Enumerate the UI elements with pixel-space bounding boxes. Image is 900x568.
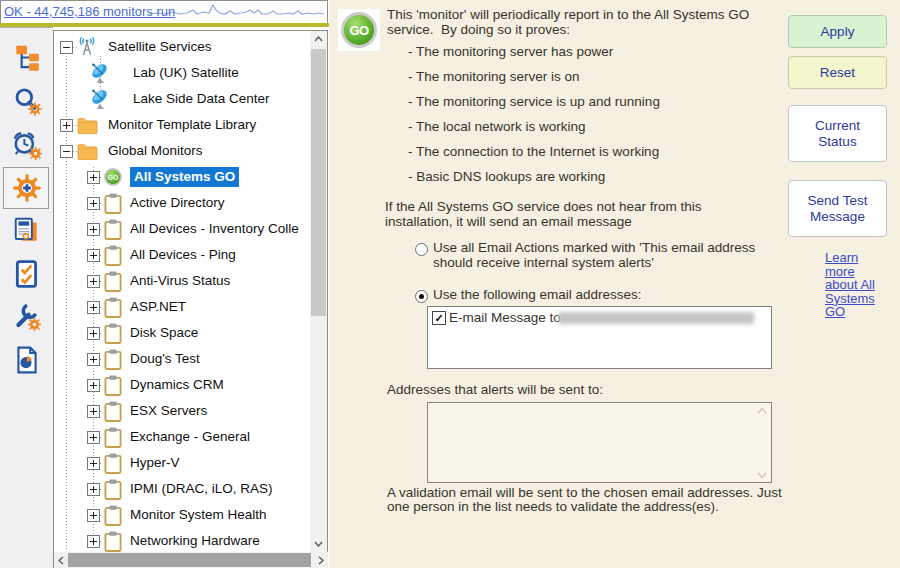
tree-item-networking-hardware[interactable]: Networking Hardware (54, 528, 310, 552)
expand-toggle-plus[interactable] (87, 275, 100, 288)
tree-item-label: Dynamics CRM (130, 372, 224, 398)
clipboard-icon (102, 400, 124, 422)
scroll-down-arrow[interactable] (310, 536, 327, 552)
radio-use-following-addresses-label[interactable]: Use the following email addresses: (433, 287, 785, 302)
alert-addresses-textarea[interactable] (427, 402, 772, 483)
sidebar-item-monitors[interactable] (11, 172, 43, 204)
tools-wrench-icon (12, 302, 42, 332)
capability-bullet: - The monitoring server has power (408, 39, 660, 64)
antenna-icon (76, 36, 98, 58)
expand-toggle-plus[interactable] (87, 431, 100, 444)
capability-bullet: - The local network is working (408, 114, 660, 139)
schedule-alarm-icon (12, 130, 42, 160)
addresses-label: Addresses that alerts will be sent to: (387, 382, 603, 397)
tree-item-esx-servers[interactable]: ESX Servers (54, 398, 310, 424)
tree-item-all-devices-inventory-colle[interactable]: All Devices - Inventory Colle (54, 216, 310, 242)
devices-tree-icon (12, 43, 42, 73)
capability-bullet: - The monitoring server is on (408, 64, 660, 89)
tree-item-exchange-general[interactable]: Exchange - General (54, 424, 310, 450)
sidebar-item-reports[interactable] (11, 344, 43, 376)
tree-item-all-systems-go[interactable]: GOAll Systems GO (54, 164, 310, 190)
vertical-scroll-thumb[interactable] (311, 49, 326, 316)
email-action-label: E-mail Message to (449, 310, 561, 326)
fallback-description: If the All Systems GO service does not h… (385, 199, 745, 229)
send-test-message-button[interactable]: Send Test Message (788, 180, 887, 237)
clipboard-icon (102, 244, 124, 266)
expand-toggle-plus[interactable] (87, 535, 100, 548)
tree-item-active-directory[interactable]: Active Directory (54, 190, 310, 216)
clipboard-icon (102, 374, 124, 396)
monitor-config-panel: GO This 'monitor' will periodically repo… (329, 0, 900, 568)
tree-item-label: Hyper-V (130, 450, 180, 476)
tree-item-monitor-template-library[interactable]: Monitor Template Library (54, 112, 310, 138)
radio-use-all-email-actions[interactable] (415, 243, 428, 256)
email-action-checkbox[interactable]: ✓ (432, 311, 446, 325)
expand-toggle-plus[interactable] (87, 301, 100, 314)
dish-icon (90, 62, 112, 84)
textarea-scroll-down-icon[interactable] (756, 471, 768, 479)
tree-item-label: Anti-Virus Status (130, 268, 230, 294)
scroll-left-arrow[interactable] (54, 552, 68, 568)
expand-toggle-plus[interactable] (60, 119, 73, 132)
monitors-gear-icon (12, 173, 42, 203)
capability-bullet: - Basic DNS lookups are working (408, 164, 660, 189)
expand-toggle-plus[interactable] (87, 249, 100, 262)
expand-toggle-plus[interactable] (87, 405, 100, 418)
learn-more-link[interactable]: Learn more about All Systems GO (825, 251, 885, 319)
capability-list: - The monitoring server has power- The m… (408, 39, 660, 189)
radio-use-all-email-actions-label[interactable]: Use all Email Actions marked with 'This … (433, 240, 783, 270)
textarea-scroll-up-icon[interactable] (756, 406, 768, 414)
expand-toggle-minus[interactable] (60, 145, 73, 158)
expand-toggle-plus[interactable] (87, 379, 100, 392)
news-report-icon (12, 216, 42, 246)
tree-item-hyper-v[interactable]: Hyper-V (54, 450, 310, 476)
sidebar-item-schedule[interactable] (11, 129, 43, 161)
expand-toggle-plus[interactable] (87, 353, 100, 366)
tree-item-satellite-services[interactable]: Satellite Services (54, 34, 310, 60)
clipboard-icon (102, 192, 124, 214)
clipboard-icon (102, 504, 124, 526)
tree-item-lake-side-data-center[interactable]: Lake Side Data Center (54, 86, 310, 112)
tree-item-lab-uk-satellite[interactable]: Lab (UK) Satellite (54, 60, 310, 86)
expand-toggle-plus[interactable] (87, 509, 100, 522)
tree-item-monitor-system-health[interactable]: Monitor System Health (54, 502, 310, 528)
validation-note: A validation email will be sent to the c… (387, 486, 792, 514)
sidebar-item-news[interactable] (11, 215, 43, 247)
expand-toggle-plus[interactable] (87, 223, 100, 236)
tree-vertical-scrollbar[interactable] (310, 31, 327, 552)
email-actions-listbox[interactable]: ✓ E-mail Message to (427, 306, 772, 369)
tree-item-ipmi-drac-ilo-ras[interactable]: IPMI (DRAC, iLO, RAS) (54, 476, 310, 502)
reset-button[interactable]: Reset (788, 56, 887, 89)
expand-toggle-plus[interactable] (87, 457, 100, 470)
horizontal-scroll-thumb[interactable] (68, 553, 311, 567)
sidebar-item-devices-tree[interactable] (11, 42, 43, 74)
expand-toggle-minus[interactable] (60, 41, 73, 54)
tree-horizontal-scrollbar[interactable] (53, 552, 328, 568)
expand-toggle-plus[interactable] (87, 327, 100, 340)
tree-item-all-devices-ping[interactable]: All Devices - Ping (54, 242, 310, 268)
tree-item-dynamics-crm[interactable]: Dynamics CRM (54, 372, 310, 398)
intro-text: This 'monitor' will periodically report … (387, 7, 789, 37)
status-summary-link[interactable]: OK - 44,745,186 monitors run (4, 4, 175, 19)
tree-item-label: Lab (UK) Satellite (133, 60, 239, 86)
tree-item-disk-space[interactable]: Disk Space (54, 320, 310, 346)
tree-item-label: Active Directory (130, 190, 225, 216)
radio-use-following-addresses[interactable] (415, 290, 428, 303)
expand-toggle-plus[interactable] (87, 171, 100, 184)
capability-bullet: - The monitoring service is up and runni… (408, 89, 660, 114)
checklist-icon (12, 259, 42, 289)
current-status-button[interactable]: Current Status (788, 105, 887, 162)
tree-item-anti-virus-status[interactable]: Anti-Virus Status (54, 268, 310, 294)
tree-item-global-monitors[interactable]: Global Monitors (54, 138, 310, 164)
tree-item-doug-s-test[interactable]: Doug's Test (54, 346, 310, 372)
scroll-up-arrow[interactable] (310, 31, 327, 47)
scroll-right-arrow[interactable] (314, 552, 328, 568)
sidebar-item-tools[interactable] (11, 301, 43, 333)
folder-icon (76, 114, 98, 136)
expand-toggle-plus[interactable] (87, 483, 100, 496)
tree-item-asp-net[interactable]: ASP.NET (54, 294, 310, 320)
expand-toggle-plus[interactable] (87, 197, 100, 210)
sidebar-item-tasks[interactable] (11, 258, 43, 290)
apply-button[interactable]: Apply (788, 15, 887, 48)
sidebar-item-search[interactable] (11, 85, 43, 117)
